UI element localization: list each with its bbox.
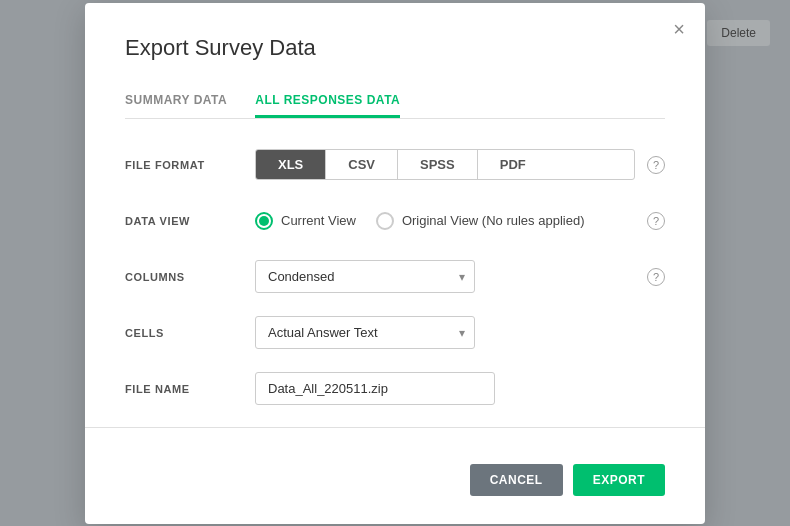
radio-current-outer	[255, 212, 273, 230]
tabs-bar: SUMMARY DATA ALL RESPONSES DATA	[125, 85, 665, 119]
radio-current-inner	[259, 216, 269, 226]
export-button[interactable]: EXPORT	[573, 464, 665, 496]
columns-row: COLUMNS Condensed Expanded ▾ ?	[125, 259, 665, 295]
export-modal: × Export Survey Data SUMMARY DATA ALL RE…	[85, 3, 705, 524]
tab-all-responses[interactable]: ALL RESPONSES DATA	[255, 85, 400, 118]
columns-select[interactable]: Condensed Expanded	[255, 260, 475, 293]
modal-divider	[85, 427, 705, 428]
close-button[interactable]: ×	[673, 19, 685, 39]
format-xls-button[interactable]: XLS	[256, 150, 326, 179]
data-view-label: DATA VIEW	[125, 215, 255, 227]
data-view-control: Current View Original View (No rules app…	[255, 212, 635, 230]
cells-control: Actual Answer Text Answer ID Both ▾	[255, 316, 665, 349]
data-view-help-icon[interactable]: ?	[647, 212, 665, 230]
action-row: CANCEL EXPORT	[125, 452, 665, 496]
columns-control: Condensed Expanded ▾	[255, 260, 635, 293]
cells-row: CELLS Actual Answer Text Answer ID Both …	[125, 315, 665, 351]
file-name-input[interactable]	[255, 372, 495, 405]
file-format-help-icon[interactable]: ?	[647, 156, 665, 174]
format-csv-button[interactable]: CSV	[326, 150, 398, 179]
cells-select[interactable]: Actual Answer Text Answer ID Both	[255, 316, 475, 349]
columns-label: COLUMNS	[125, 271, 255, 283]
modal-title: Export Survey Data	[125, 35, 665, 61]
file-name-label: FILE NAME	[125, 383, 255, 395]
cancel-button[interactable]: CANCEL	[470, 464, 563, 496]
file-name-control	[255, 372, 665, 405]
tab-summary-data[interactable]: SUMMARY DATA	[125, 85, 227, 118]
radio-current-view[interactable]: Current View	[255, 212, 356, 230]
cells-label: CELLS	[125, 327, 255, 339]
file-format-control: XLS CSV SPSS PDF	[255, 149, 635, 180]
radio-original-label: Original View (No rules applied)	[402, 213, 585, 228]
file-format-label: FILE FORMAT	[125, 159, 255, 171]
columns-help-icon[interactable]: ?	[647, 268, 665, 286]
radio-original-outer	[376, 212, 394, 230]
format-spss-button[interactable]: SPSS	[398, 150, 478, 179]
radio-original-view[interactable]: Original View (No rules applied)	[376, 212, 585, 230]
format-button-group: XLS CSV SPSS PDF	[255, 149, 635, 180]
data-view-row: DATA VIEW Current View Original View (No…	[125, 203, 665, 239]
radio-current-label: Current View	[281, 213, 356, 228]
data-view-radio-group: Current View Original View (No rules app…	[255, 212, 635, 230]
modal-overlay: × Export Survey Data SUMMARY DATA ALL RE…	[0, 0, 790, 526]
file-format-row: FILE FORMAT XLS CSV SPSS PDF ?	[125, 147, 665, 183]
file-name-row: FILE NAME	[125, 371, 665, 407]
format-pdf-button[interactable]: PDF	[478, 150, 548, 179]
cells-select-wrap: Actual Answer Text Answer ID Both ▾	[255, 316, 475, 349]
columns-select-wrap: Condensed Expanded ▾	[255, 260, 475, 293]
